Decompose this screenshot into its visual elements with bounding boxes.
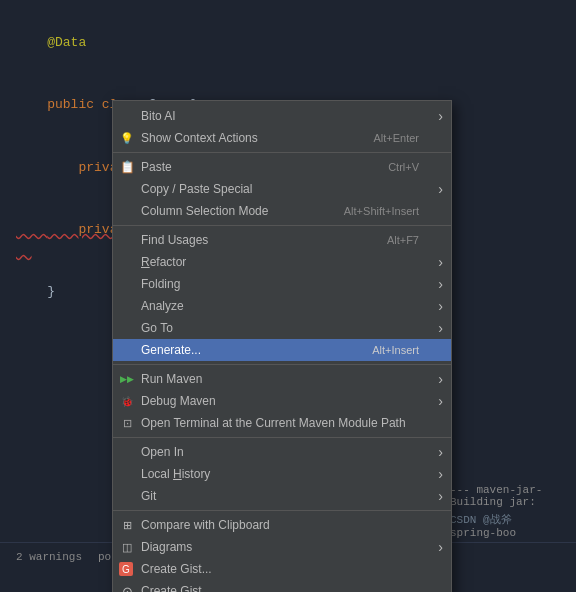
shortcut-label: Alt+Insert [372, 344, 439, 356]
menu-item-open-terminal-maven[interactable]: ⊡ Open Terminal at the Current Maven Mod… [113, 412, 451, 434]
separator-3 [113, 364, 451, 365]
menu-item-label: Local History [141, 467, 210, 481]
context-actions-icon: 💡 [119, 130, 135, 146]
menu-item-label: Debug Maven [141, 394, 216, 408]
spring-label: spring-boo [450, 527, 572, 539]
menu-item-label: Analyze [141, 299, 184, 313]
menu-item-run-maven[interactable]: ▶▶ Run Maven [113, 368, 451, 390]
github-circle-icon: ⊙ [119, 583, 135, 592]
menu-item-label: Run Maven [141, 372, 202, 386]
csdn-label: CSDN @战斧 [450, 512, 572, 527]
menu-item-local-history[interactable]: Local History [113, 463, 451, 485]
menu-item-git[interactable]: Git [113, 485, 451, 507]
menu-item-label: Diagrams [141, 540, 192, 554]
menu-item-label: Git [141, 489, 156, 503]
menu-item-label: Open Terminal at the Current Maven Modul… [141, 416, 406, 430]
menu-item-show-context-actions[interactable]: 💡 Show Context Actions Alt+Enter [113, 127, 451, 149]
shortcut-label: Alt+Enter [373, 132, 439, 144]
warnings-label: 2 warnings [16, 551, 82, 563]
shortcut-label: Alt+F7 [387, 234, 439, 246]
menu-item-column-selection[interactable]: Column Selection Mode Alt+Shift+Insert [113, 200, 451, 222]
menu-item-find-usages[interactable]: Find Usages Alt+F7 [113, 229, 451, 251]
terminal-maven-icon: ⊡ [119, 415, 135, 431]
shortcut-label: Alt+Shift+Insert [344, 205, 439, 217]
menu-item-generate[interactable]: Generate... Alt+Insert [113, 339, 451, 361]
menu-item-folding[interactable]: Folding [113, 273, 451, 295]
menu-item-label: Open In [141, 445, 184, 459]
menu-item-label: Paste [141, 160, 172, 174]
separator-2 [113, 225, 451, 226]
code-line-1: @Data [16, 12, 560, 74]
menu-item-create-gist-2[interactable]: ⊙ Create Gist... [113, 580, 451, 592]
context-menu: Bito AI 💡 Show Context Actions Alt+Enter… [112, 100, 452, 592]
menu-item-label: Find Usages [141, 233, 208, 247]
menu-item-label-rest: efactor [150, 255, 187, 269]
menu-item-goto[interactable]: Go To [113, 317, 451, 339]
annotation: @Data [47, 35, 86, 50]
menu-item-label: Create Gist... [141, 584, 212, 592]
debug-maven-icon: 🐞 [119, 393, 135, 409]
compare-clipboard-icon: ⊞ [119, 517, 135, 533]
menu-item-debug-maven[interactable]: 🐞 Debug Maven [113, 390, 451, 412]
maven-output-line2: Building jar: [450, 496, 572, 508]
run-maven-icon: ▶▶ [119, 371, 135, 387]
shortcut-label: Ctrl+V [388, 161, 439, 173]
paste-icon: 📋 [119, 159, 135, 175]
separator-1 [113, 152, 451, 153]
menu-item-open-in[interactable]: Open In [113, 441, 451, 463]
menu-item-analyze[interactable]: Analyze [113, 295, 451, 317]
menu-item-label: Folding [141, 277, 180, 291]
menu-item-bito-ai[interactable]: Bito AI [113, 105, 451, 127]
menu-item-label: Copy / Paste Special [141, 182, 252, 196]
diagrams-icon: ◫ [119, 539, 135, 555]
maven-output: --- maven-jar- Building jar: CSDN @战斧 sp… [446, 480, 576, 543]
menu-item-label: Compare with Clipboard [141, 518, 270, 532]
menu-item-create-gist-1[interactable]: G Create Gist... [113, 558, 451, 580]
menu-item-label: Bito AI [141, 109, 176, 123]
menu-item-label: Generate... [141, 343, 201, 357]
menu-item-label: Column Selection Mode [141, 204, 268, 218]
separator-4 [113, 437, 451, 438]
menu-item-compare-clipboard[interactable]: ⊞ Compare with Clipboard [113, 514, 451, 536]
separator-5 [113, 510, 451, 511]
menu-item-label: Create Gist... [141, 562, 212, 576]
github-gist-icon: G [119, 562, 133, 576]
menu-item-label: Go To [141, 321, 173, 335]
maven-output-line1: --- maven-jar- [450, 484, 572, 496]
menu-item-copy-paste-special[interactable]: Copy / Paste Special [113, 178, 451, 200]
menu-item-label: R [141, 255, 150, 269]
menu-item-refactor[interactable]: Refactor [113, 251, 451, 273]
menu-item-paste[interactable]: 📋 Paste Ctrl+V [113, 156, 451, 178]
menu-item-label: Show Context Actions [141, 131, 258, 145]
menu-item-diagrams[interactable]: ◫ Diagrams [113, 536, 451, 558]
